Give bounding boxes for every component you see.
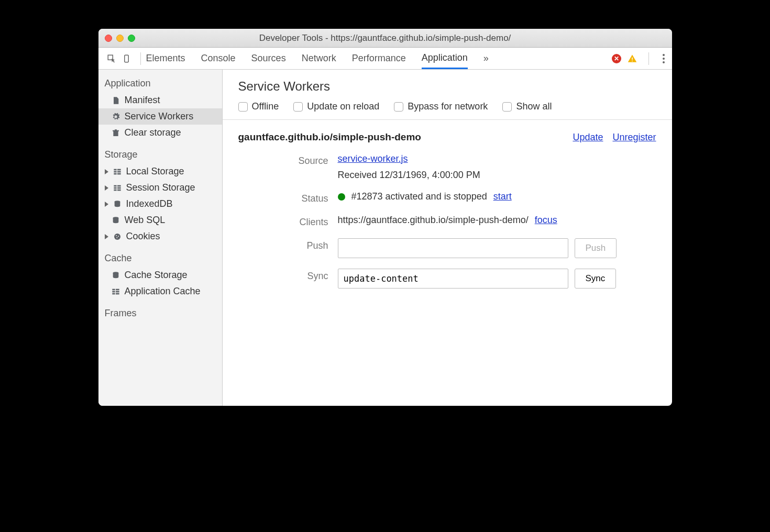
- svg-rect-1: [632, 57, 633, 60]
- page-title: Service Workers: [238, 79, 656, 94]
- tab-console[interactable]: Console: [201, 48, 236, 69]
- checkbox-show-all[interactable]: Show all: [502, 101, 552, 112]
- database-icon: [113, 199, 122, 209]
- svg-rect-2: [632, 60, 633, 61]
- gear-icon: [111, 112, 120, 121]
- push-input[interactable]: [338, 238, 568, 258]
- sidebar-item-label: Session Storage: [126, 182, 195, 193]
- sidebar-header-frames: Frames: [98, 305, 222, 322]
- sidebar-item-manifest[interactable]: Manifest: [98, 92, 222, 108]
- svg-rect-9: [114, 185, 116, 186]
- sidebar-item-application-cache[interactable]: Application Cache: [98, 283, 222, 300]
- sidebar-item-service-workers[interactable]: Service Workers: [98, 108, 222, 125]
- sidebar-header-application: Application: [98, 75, 222, 92]
- update-link[interactable]: Update: [573, 132, 603, 143]
- sidebar-header-cache: Cache: [98, 250, 222, 267]
- sidebar-header-storage: Storage: [98, 146, 222, 163]
- close-icon[interactable]: [105, 35, 112, 42]
- sync-input[interactable]: [338, 269, 568, 289]
- sidebar-item-cache-storage[interactable]: Cache Storage: [98, 267, 222, 283]
- sidebar-item-websql[interactable]: Web SQL: [98, 212, 222, 228]
- tab-sources[interactable]: Sources: [251, 48, 286, 69]
- status-dot-icon: [338, 193, 345, 201]
- inspect-icon[interactable]: [104, 51, 119, 66]
- start-link[interactable]: start: [493, 191, 512, 202]
- source-received: Received 12/31/1969, 4:00:00 PM: [338, 170, 656, 181]
- tab-application[interactable]: Application: [422, 48, 468, 69]
- database-icon: [111, 216, 120, 225]
- cookie-icon: [113, 232, 122, 241]
- label-push: Push: [238, 238, 338, 251]
- checkbox-bypass[interactable]: Bypass for network: [394, 101, 488, 112]
- checkbox-offline[interactable]: Offline: [238, 101, 279, 112]
- svg-rect-6: [117, 171, 121, 172]
- warning-badge-icon[interactable]: [628, 54, 637, 63]
- sidebar-item-clear-storage[interactable]: Clear storage: [98, 125, 222, 141]
- checkbox-label: Show all: [516, 101, 552, 112]
- svg-rect-7: [114, 173, 116, 174]
- sidebar-item-label: Clear storage: [125, 127, 181, 138]
- svg-rect-5: [114, 171, 116, 172]
- svg-rect-27: [116, 293, 119, 294]
- sidebar-item-label: Application Cache: [125, 286, 201, 297]
- menu-icon[interactable]: [661, 52, 667, 65]
- tabs-overflow[interactable]: »: [483, 48, 489, 69]
- svg-point-18: [116, 235, 117, 236]
- service-worker-block: gauntface.github.io/simple-push-demo Upd…: [223, 120, 672, 311]
- svg-rect-24: [112, 291, 115, 292]
- label-source: Source: [238, 153, 338, 167]
- tab-performance[interactable]: Performance: [352, 48, 406, 69]
- tab-elements[interactable]: Elements: [146, 48, 185, 69]
- error-badge-icon[interactable]: ✕: [612, 54, 621, 63]
- push-button[interactable]: Push: [575, 238, 617, 258]
- label-status: Status: [238, 191, 338, 204]
- panel-tabs: Elements Console Sources Network Perform…: [146, 48, 489, 69]
- svg-point-19: [118, 236, 119, 237]
- svg-rect-0: [124, 55, 128, 62]
- devtools-window: Developer Tools - https://gauntface.gith…: [98, 29, 672, 406]
- checkbox-update-on-reload[interactable]: Update on reload: [293, 101, 379, 112]
- trash-icon: [111, 128, 120, 138]
- checkbox-input[interactable]: [394, 102, 403, 112]
- separator: [648, 52, 649, 65]
- traffic-lights: [105, 35, 135, 42]
- svg-rect-10: [117, 185, 121, 186]
- checkbox-label: Offline: [252, 101, 279, 112]
- focus-link[interactable]: focus: [535, 215, 557, 226]
- svg-rect-12: [117, 187, 121, 189]
- sidebar-item-cookies[interactable]: Cookies: [98, 228, 222, 245]
- checkbox-input[interactable]: [502, 102, 512, 112]
- main-panel: Service Workers Offline Update on reload…: [223, 70, 672, 406]
- checkbox-input[interactable]: [293, 102, 303, 112]
- grid-icon: [113, 167, 122, 176]
- sidebar-item-session-storage[interactable]: Session Storage: [98, 180, 222, 196]
- caret-icon: [105, 169, 108, 174]
- minimize-icon[interactable]: [116, 35, 124, 42]
- grid-icon: [111, 287, 120, 296]
- tab-network[interactable]: Network: [302, 48, 336, 69]
- svg-rect-13: [114, 189, 116, 191]
- caret-icon: [105, 202, 108, 207]
- database-icon: [111, 271, 120, 280]
- sidebar-item-label: Cache Storage: [125, 270, 188, 281]
- sidebar-item-label: Service Workers: [125, 111, 194, 122]
- svg-rect-26: [112, 293, 115, 294]
- caret-icon: [105, 234, 108, 239]
- unregister-link[interactable]: Unregister: [612, 132, 656, 143]
- zoom-icon[interactable]: [128, 35, 135, 42]
- checkbox-label: Update on reload: [307, 101, 379, 112]
- sidebar-item-indexeddb[interactable]: IndexedDB: [98, 196, 222, 212]
- grid-icon: [113, 183, 122, 193]
- sidebar-item-local-storage[interactable]: Local Storage: [98, 163, 222, 180]
- sidebar-item-label: Local Storage: [126, 166, 184, 177]
- sidebar-item-label: IndexedDB: [126, 198, 173, 209]
- sync-button[interactable]: Sync: [575, 269, 617, 289]
- source-file-link[interactable]: service-worker.js: [338, 153, 656, 164]
- label-sync: Sync: [238, 269, 338, 282]
- sidebar-item-label: Web SQL: [125, 215, 166, 226]
- svg-rect-14: [117, 189, 121, 191]
- checkbox-input[interactable]: [238, 102, 248, 112]
- status-text: #12873 activated and is stopped: [351, 191, 487, 202]
- svg-rect-25: [116, 291, 119, 292]
- device-icon[interactable]: [119, 51, 135, 66]
